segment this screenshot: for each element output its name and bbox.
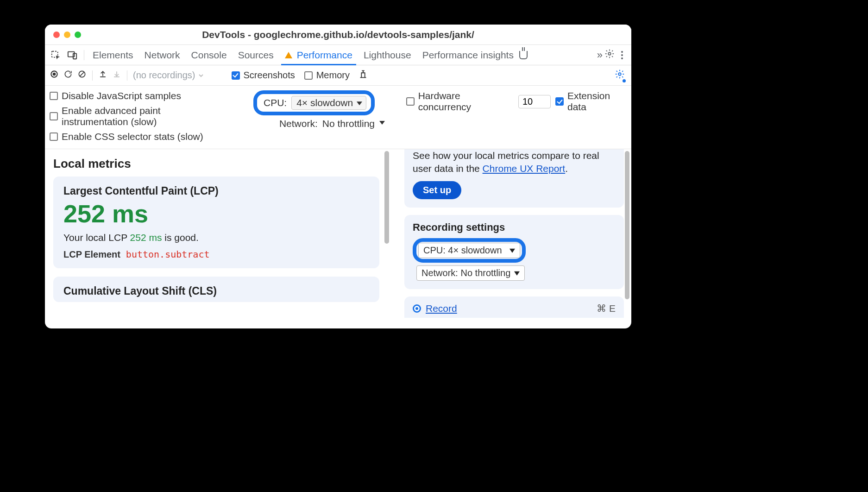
chrome-ux-report-link[interactable]: Chrome UX Report: [483, 163, 566, 174]
set-up-button[interactable]: Set up: [413, 181, 461, 199]
tab-performance[interactable]: Performance: [284, 45, 353, 65]
tab-elements[interactable]: Elements: [92, 45, 134, 65]
window-title: DevTools - googlechrome.github.io/devtoo…: [45, 29, 631, 40]
hardware-concurrency-input[interactable]: [518, 95, 551, 108]
inspect-element-icon[interactable]: [49, 48, 63, 62]
cpu-label: CPU:: [264, 97, 287, 108]
lcp-sentence-suffix: is good.: [162, 232, 198, 243]
checkbox-icon: [50, 112, 58, 120]
tab-perf-insights-label: Performance insights: [422, 50, 514, 61]
checkbox-icon: [50, 132, 58, 141]
main-content: Local metrics Largest Contentful Paint (…: [45, 149, 631, 328]
field-data-panel: See how your local metrics compare to re…: [404, 149, 624, 208]
memory-label: Memory: [316, 70, 350, 81]
local-metrics-pane: Local metrics Largest Contentful Paint (…: [45, 149, 388, 328]
css-selector-stats-label: Enable CSS selector stats (slow): [62, 131, 203, 142]
checkbox-checked-icon: [555, 97, 564, 106]
scrollbar-thumb[interactable]: [625, 151, 629, 299]
advanced-paint-checkbox[interactable]: Enable advanced paint instrumentation (s…: [50, 105, 249, 127]
recording-settings-panel: Recording settings CPU: 4× slowdown Netw…: [404, 215, 624, 289]
collect-garbage-icon[interactable]: [358, 69, 368, 82]
recording-network-value: Network: No throttling: [421, 268, 510, 278]
zoom-window-button[interactable]: [75, 32, 81, 38]
disable-js-samples-checkbox[interactable]: Disable JavaScript samples: [50, 90, 249, 101]
tab-lighthouse[interactable]: Lighthouse: [363, 45, 412, 65]
tabstrip-right: »: [597, 49, 628, 61]
recording-cpu-value: CPU: 4× slowdown: [423, 245, 502, 255]
hardware-concurrency-checkbox[interactable]: Hardware concurrency: [406, 90, 514, 113]
advanced-paint-label: Enable advanced paint instrumentation (s…: [62, 105, 228, 127]
tab-console[interactable]: Console: [190, 45, 228, 65]
extension-data-checkbox[interactable]: Extension data: [555, 90, 614, 113]
save-profile-icon[interactable]: [112, 69, 121, 81]
titlebar: DevTools - googlechrome.github.io/devtoo…: [45, 25, 631, 45]
load-profile-icon[interactable]: [98, 69, 107, 81]
settings-gear-icon[interactable]: [604, 49, 615, 61]
memory-checkbox[interactable]: Memory: [304, 70, 350, 81]
record-shortcut: ⌘ E: [597, 303, 616, 314]
record-link[interactable]: Record: [426, 303, 457, 314]
tab-performance-label: Performance: [297, 50, 352, 61]
svg-point-3: [608, 52, 611, 55]
chevron-down-icon: [379, 121, 385, 125]
capture-settings: Disable JavaScript samples Enable advanc…: [45, 86, 631, 149]
cpu-throttle-highlight: CPU: 4× slowdown: [253, 90, 375, 115]
checkbox-icon: [304, 71, 313, 80]
lcp-value: 252 ms: [63, 200, 369, 227]
performance-toolbar: (no recordings) Screenshots Memory: [45, 65, 631, 86]
lcp-element-row: LCP Element button.subtract: [63, 249, 369, 260]
recording-cpu-select[interactable]: CPU: 4× slowdown: [418, 243, 520, 258]
separator: [84, 50, 84, 60]
reload-record-button[interactable]: [63, 69, 73, 81]
cls-card: Cumulative Layout Shift (CLS): [53, 277, 379, 302]
device-toolbar-icon[interactable]: [65, 48, 79, 62]
close-window-button[interactable]: [53, 32, 60, 38]
more-options-icon[interactable]: [619, 49, 625, 61]
hardware-concurrency-label: Hardware concurrency: [418, 90, 514, 113]
cls-title: Cumulative Layout Shift (CLS): [63, 285, 369, 297]
recording-settings-heading: Recording settings: [413, 221, 616, 233]
experiment-flask-icon: [519, 51, 528, 59]
more-tabs-icon[interactable]: »: [597, 49, 600, 61]
svg-point-5: [53, 73, 56, 76]
disable-js-samples-label: Disable JavaScript samples: [62, 90, 181, 101]
panel-tabs: Elements Network Console Sources Perform…: [92, 45, 528, 65]
recording-network-select[interactable]: Network: No throttling: [416, 265, 525, 281]
clear-button[interactable]: [77, 69, 87, 81]
field-data-text: See how your local metrics compare to re…: [413, 149, 616, 176]
lcp-card: Largest Contentful Paint (LCP) 252 ms Yo…: [53, 177, 379, 268]
cpu-throttle-value: 4× slowdown: [296, 97, 353, 108]
record-dot-icon: [413, 304, 421, 313]
extension-data-label: Extension data: [567, 90, 614, 113]
svg-point-7: [618, 73, 621, 76]
network-label: Network:: [279, 118, 318, 129]
panel-tabstrip: Elements Network Console Sources Perform…: [45, 45, 631, 65]
tab-performance-insights[interactable]: Performance insights: [421, 45, 528, 65]
tab-sources[interactable]: Sources: [237, 45, 275, 65]
checkbox-checked-icon: [232, 71, 240, 80]
screenshots-checkbox[interactable]: Screenshots: [232, 70, 295, 81]
record-panel: Record ⌘ E: [404, 296, 624, 318]
devtools-window: DevTools - googlechrome.github.io/devtoo…: [45, 25, 631, 328]
window-controls: [45, 32, 81, 38]
cpu-throttle-select[interactable]: 4× slowdown: [291, 96, 366, 110]
screenshots-label: Screenshots: [244, 70, 295, 81]
network-throttle-select[interactable]: No throttling: [322, 118, 386, 129]
lcp-sentence: Your local LCP 252 ms is good.: [63, 232, 369, 243]
recordings-label: (no recordings): [133, 70, 195, 81]
separator: [92, 70, 93, 81]
checkbox-icon: [406, 97, 415, 106]
separator: [127, 70, 127, 81]
lcp-element-label: LCP Element: [63, 249, 120, 259]
capture-settings-gear-icon[interactable]: [615, 69, 625, 82]
lcp-element-value[interactable]: button.subtract: [126, 249, 210, 260]
css-selector-stats-checkbox[interactable]: Enable CSS selector stats (slow): [50, 131, 249, 142]
local-metrics-heading: Local metrics: [53, 157, 379, 171]
checkbox-icon: [50, 92, 58, 100]
lcp-sentence-value: 252 ms: [130, 232, 162, 243]
recordings-dropdown[interactable]: (no recordings): [133, 70, 204, 81]
record-button[interactable]: [50, 69, 59, 81]
field-data-suffix: .: [565, 163, 568, 174]
minimize-window-button[interactable]: [64, 32, 70, 38]
tab-network[interactable]: Network: [144, 45, 181, 65]
